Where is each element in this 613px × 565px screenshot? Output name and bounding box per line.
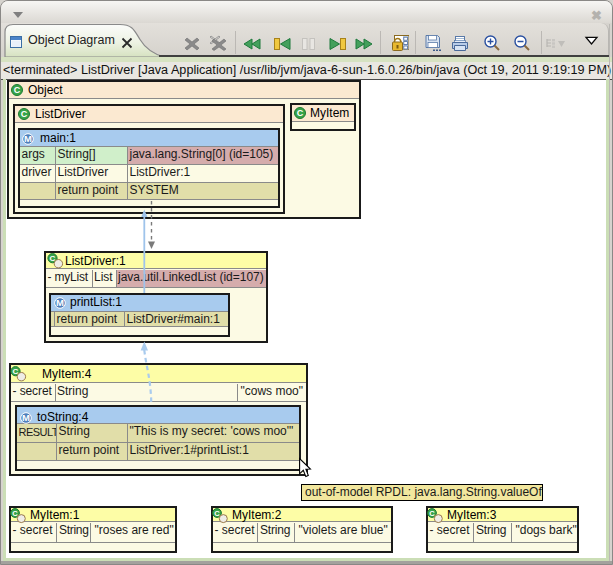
svg-text:C: C <box>297 108 304 118</box>
svg-text:C: C <box>14 85 21 95</box>
svg-text:M: M <box>24 133 32 144</box>
svg-text:C: C <box>21 109 28 119</box>
svg-text:M: M <box>56 297 64 308</box>
svg-text:M: M <box>22 412 30 423</box>
